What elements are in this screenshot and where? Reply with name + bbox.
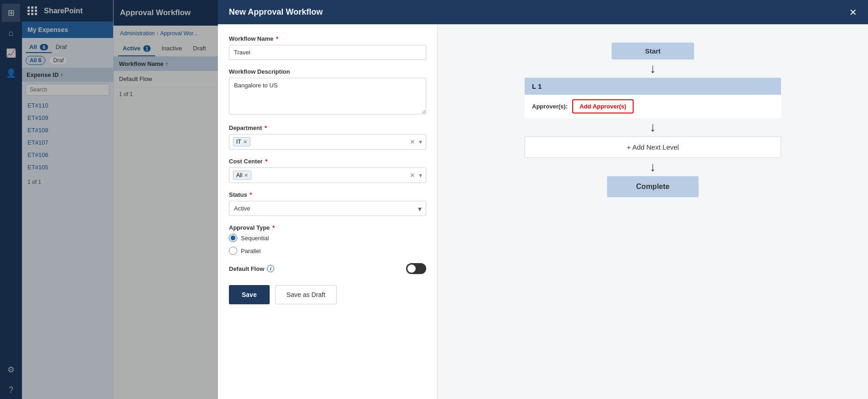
workflow-complete-button[interactable]: Complete bbox=[607, 176, 699, 197]
cost-center-tag-all: All ✕ bbox=[233, 171, 251, 180]
status-select-wrapper: Active Inactive bbox=[229, 201, 426, 216]
approval-type-label: Approval Type * bbox=[229, 224, 426, 231]
workflow-diagram-section: Start ↓ L 1 Approver(s): Add Approver(s)… bbox=[438, 24, 868, 399]
modal-overlay: New Approval Workflow ✕ Workflow Name * … bbox=[0, 0, 868, 399]
level-1-body: Approver(s): Add Approver(s) bbox=[525, 95, 781, 118]
arrow-down-2: ↓ bbox=[650, 121, 656, 134]
level-1-header: L 1 bbox=[525, 78, 781, 95]
sequential-radio[interactable] bbox=[229, 234, 237, 242]
workflow-description-label: Workflow Description bbox=[229, 68, 426, 75]
default-flow-toggle[interactable] bbox=[406, 263, 426, 274]
department-select[interactable]: IT ✕ ✕ ▾ bbox=[229, 134, 426, 150]
parallel-radio[interactable] bbox=[229, 247, 237, 255]
required-indicator: * bbox=[276, 35, 278, 42]
cost-center-actions: ✕ ▾ bbox=[410, 172, 422, 179]
workflow-name-group: Workflow Name * bbox=[229, 35, 426, 60]
sequential-label: Sequential bbox=[241, 235, 269, 242]
save-draft-button[interactable]: Save as Draft bbox=[275, 285, 337, 304]
modal-body: Workflow Name * Workflow Description Ban… bbox=[218, 24, 868, 399]
status-group: Status * Active Inactive bbox=[229, 191, 426, 216]
remove-all-tag[interactable]: ✕ bbox=[244, 173, 248, 178]
default-flow-row: Default Flow i bbox=[229, 263, 426, 274]
status-label: Status * bbox=[229, 191, 426, 198]
approval-type-radio-group: Sequential Parallel bbox=[229, 234, 426, 255]
workflow-description-textarea[interactable]: Bangalore to US bbox=[229, 78, 426, 114]
default-flow-info-icon[interactable]: i bbox=[267, 265, 274, 272]
status-select[interactable]: Active Inactive bbox=[229, 201, 426, 216]
approval-type-group: Approval Type * Sequential Parallel bbox=[229, 224, 426, 255]
cost-center-group: Cost Center * All ✕ ✕ ▾ bbox=[229, 158, 426, 183]
save-button[interactable]: Save bbox=[229, 285, 270, 304]
parallel-label: Parallel bbox=[241, 248, 260, 254]
toggle-knob bbox=[407, 264, 416, 273]
modal-close-button[interactable]: ✕ bbox=[849, 8, 857, 17]
department-label: Department * bbox=[229, 124, 426, 131]
add-approver-button[interactable]: Add Approver(s) bbox=[572, 99, 634, 113]
workflow-name-label: Workflow Name * bbox=[229, 35, 426, 42]
form-section: Workflow Name * Workflow Description Ban… bbox=[218, 24, 438, 399]
cost-center-dropdown-icon[interactable]: ▾ bbox=[419, 172, 422, 179]
sequential-option[interactable]: Sequential bbox=[229, 234, 426, 242]
modal-header: New Approval Workflow ✕ bbox=[218, 0, 868, 24]
cost-center-select[interactable]: All ✕ ✕ ▾ bbox=[229, 167, 426, 183]
modal-title: New Approval Workflow bbox=[229, 7, 323, 17]
workflow-start-button[interactable]: Start bbox=[612, 43, 694, 59]
clear-cost-center-icon[interactable]: ✕ bbox=[410, 172, 415, 179]
department-tag-it: IT ✕ bbox=[233, 137, 250, 146]
department-group: Department * IT ✕ ✕ ▾ bbox=[229, 124, 426, 150]
workflow-description-group: Workflow Description Bangalore to US bbox=[229, 68, 426, 116]
select-actions: ✕ ▾ bbox=[410, 138, 422, 146]
approvers-label: Approver(s): bbox=[532, 103, 568, 110]
clear-select-icon[interactable]: ✕ bbox=[410, 138, 415, 146]
parallel-option[interactable]: Parallel bbox=[229, 247, 426, 255]
workflow-name-input[interactable] bbox=[229, 45, 426, 60]
cost-center-label: Cost Center * bbox=[229, 158, 426, 165]
modal-container: New Approval Workflow ✕ Workflow Name * … bbox=[218, 0, 868, 399]
default-flow-label: Default Flow i bbox=[229, 265, 274, 272]
form-buttons: Save Save as Draft bbox=[229, 285, 426, 304]
workflow-level-1: L 1 Approver(s): Add Approver(s) bbox=[525, 78, 781, 118]
arrow-down-1: ↓ bbox=[650, 62, 656, 75]
dropdown-icon[interactable]: ▾ bbox=[419, 138, 422, 146]
arrow-down-3: ↓ bbox=[650, 161, 656, 173]
add-next-level-button[interactable]: + Add Next Level bbox=[525, 136, 781, 158]
remove-it-tag[interactable]: ✕ bbox=[243, 139, 247, 145]
